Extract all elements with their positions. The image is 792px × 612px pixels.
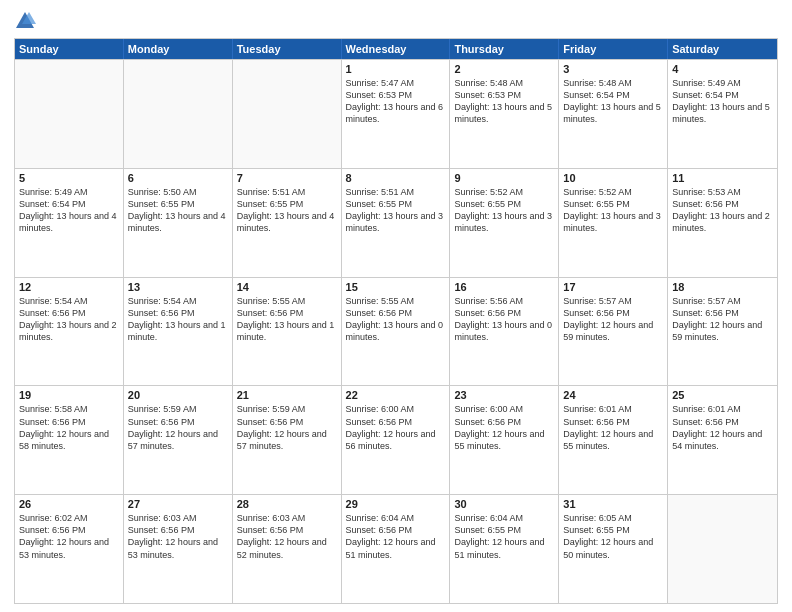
cal-cell: 25Sunrise: 6:01 AMSunset: 6:56 PMDayligh… <box>668 386 777 494</box>
cal-cell: 27Sunrise: 6:03 AMSunset: 6:56 PMDayligh… <box>124 495 233 603</box>
cal-cell: 4Sunrise: 5:49 AMSunset: 6:54 PMDaylight… <box>668 60 777 168</box>
day-number: 19 <box>19 389 119 401</box>
cal-cell: 8Sunrise: 5:51 AMSunset: 6:55 PMDaylight… <box>342 169 451 277</box>
day-number: 18 <box>672 281 773 293</box>
weekday-header-saturday: Saturday <box>668 39 777 59</box>
day-number: 6 <box>128 172 228 184</box>
day-number: 10 <box>563 172 663 184</box>
day-number: 31 <box>563 498 663 510</box>
cal-cell: 23Sunrise: 6:00 AMSunset: 6:56 PMDayligh… <box>450 386 559 494</box>
week-row-1: 1Sunrise: 5:47 AMSunset: 6:53 PMDaylight… <box>15 59 777 168</box>
day-number: 24 <box>563 389 663 401</box>
day-info: Sunrise: 5:53 AMSunset: 6:56 PMDaylight:… <box>672 186 773 235</box>
logo <box>14 10 40 32</box>
day-info: Sunrise: 6:03 AMSunset: 6:56 PMDaylight:… <box>128 512 228 561</box>
cal-cell: 24Sunrise: 6:01 AMSunset: 6:56 PMDayligh… <box>559 386 668 494</box>
day-info: Sunrise: 6:03 AMSunset: 6:56 PMDaylight:… <box>237 512 337 561</box>
day-number: 20 <box>128 389 228 401</box>
calendar-header-row: SundayMondayTuesdayWednesdayThursdayFrid… <box>15 39 777 59</box>
cal-cell: 12Sunrise: 5:54 AMSunset: 6:56 PMDayligh… <box>15 278 124 386</box>
day-number: 25 <box>672 389 773 401</box>
weekday-header-monday: Monday <box>124 39 233 59</box>
day-info: Sunrise: 5:55 AMSunset: 6:56 PMDaylight:… <box>346 295 446 344</box>
day-number: 16 <box>454 281 554 293</box>
cal-cell <box>233 60 342 168</box>
cal-cell: 20Sunrise: 5:59 AMSunset: 6:56 PMDayligh… <box>124 386 233 494</box>
day-info: Sunrise: 5:48 AMSunset: 6:54 PMDaylight:… <box>563 77 663 126</box>
cal-cell: 30Sunrise: 6:04 AMSunset: 6:55 PMDayligh… <box>450 495 559 603</box>
cal-cell: 11Sunrise: 5:53 AMSunset: 6:56 PMDayligh… <box>668 169 777 277</box>
day-number: 2 <box>454 63 554 75</box>
day-number: 23 <box>454 389 554 401</box>
day-number: 28 <box>237 498 337 510</box>
day-number: 12 <box>19 281 119 293</box>
cal-cell <box>124 60 233 168</box>
cal-cell: 16Sunrise: 5:56 AMSunset: 6:56 PMDayligh… <box>450 278 559 386</box>
calendar-body: 1Sunrise: 5:47 AMSunset: 6:53 PMDaylight… <box>15 59 777 603</box>
cal-cell: 22Sunrise: 6:00 AMSunset: 6:56 PMDayligh… <box>342 386 451 494</box>
weekday-header-wednesday: Wednesday <box>342 39 451 59</box>
cal-cell: 7Sunrise: 5:51 AMSunset: 6:55 PMDaylight… <box>233 169 342 277</box>
day-number: 27 <box>128 498 228 510</box>
day-number: 22 <box>346 389 446 401</box>
day-number: 13 <box>128 281 228 293</box>
week-row-5: 26Sunrise: 6:02 AMSunset: 6:56 PMDayligh… <box>15 494 777 603</box>
day-info: Sunrise: 5:57 AMSunset: 6:56 PMDaylight:… <box>672 295 773 344</box>
day-info: Sunrise: 5:56 AMSunset: 6:56 PMDaylight:… <box>454 295 554 344</box>
day-number: 9 <box>454 172 554 184</box>
cal-cell: 15Sunrise: 5:55 AMSunset: 6:56 PMDayligh… <box>342 278 451 386</box>
cal-cell: 21Sunrise: 5:59 AMSunset: 6:56 PMDayligh… <box>233 386 342 494</box>
day-info: Sunrise: 5:54 AMSunset: 6:56 PMDaylight:… <box>19 295 119 344</box>
cal-cell: 13Sunrise: 5:54 AMSunset: 6:56 PMDayligh… <box>124 278 233 386</box>
day-number: 14 <box>237 281 337 293</box>
day-number: 4 <box>672 63 773 75</box>
day-info: Sunrise: 5:54 AMSunset: 6:56 PMDaylight:… <box>128 295 228 344</box>
day-info: Sunrise: 6:00 AMSunset: 6:56 PMDaylight:… <box>454 403 554 452</box>
cal-cell: 31Sunrise: 6:05 AMSunset: 6:55 PMDayligh… <box>559 495 668 603</box>
day-number: 8 <box>346 172 446 184</box>
day-info: Sunrise: 5:51 AMSunset: 6:55 PMDaylight:… <box>346 186 446 235</box>
day-info: Sunrise: 6:04 AMSunset: 6:55 PMDaylight:… <box>454 512 554 561</box>
day-number: 11 <box>672 172 773 184</box>
cal-cell: 17Sunrise: 5:57 AMSunset: 6:56 PMDayligh… <box>559 278 668 386</box>
weekday-header-tuesday: Tuesday <box>233 39 342 59</box>
day-number: 30 <box>454 498 554 510</box>
week-row-2: 5Sunrise: 5:49 AMSunset: 6:54 PMDaylight… <box>15 168 777 277</box>
day-number: 29 <box>346 498 446 510</box>
cal-cell: 18Sunrise: 5:57 AMSunset: 6:56 PMDayligh… <box>668 278 777 386</box>
day-info: Sunrise: 5:59 AMSunset: 6:56 PMDaylight:… <box>237 403 337 452</box>
day-number: 7 <box>237 172 337 184</box>
cal-cell: 14Sunrise: 5:55 AMSunset: 6:56 PMDayligh… <box>233 278 342 386</box>
day-info: Sunrise: 5:58 AMSunset: 6:56 PMDaylight:… <box>19 403 119 452</box>
cal-cell: 19Sunrise: 5:58 AMSunset: 6:56 PMDayligh… <box>15 386 124 494</box>
week-row-3: 12Sunrise: 5:54 AMSunset: 6:56 PMDayligh… <box>15 277 777 386</box>
day-number: 26 <box>19 498 119 510</box>
day-info: Sunrise: 6:01 AMSunset: 6:56 PMDaylight:… <box>563 403 663 452</box>
day-info: Sunrise: 5:55 AMSunset: 6:56 PMDaylight:… <box>237 295 337 344</box>
day-info: Sunrise: 5:51 AMSunset: 6:55 PMDaylight:… <box>237 186 337 235</box>
day-info: Sunrise: 5:49 AMSunset: 6:54 PMDaylight:… <box>19 186 119 235</box>
day-info: Sunrise: 5:52 AMSunset: 6:55 PMDaylight:… <box>454 186 554 235</box>
weekday-header-sunday: Sunday <box>15 39 124 59</box>
day-number: 1 <box>346 63 446 75</box>
day-number: 5 <box>19 172 119 184</box>
logo-icon <box>14 10 36 32</box>
day-number: 21 <box>237 389 337 401</box>
cal-cell: 3Sunrise: 5:48 AMSunset: 6:54 PMDaylight… <box>559 60 668 168</box>
week-row-4: 19Sunrise: 5:58 AMSunset: 6:56 PMDayligh… <box>15 385 777 494</box>
day-info: Sunrise: 6:01 AMSunset: 6:56 PMDaylight:… <box>672 403 773 452</box>
weekday-header-friday: Friday <box>559 39 668 59</box>
day-info: Sunrise: 5:47 AMSunset: 6:53 PMDaylight:… <box>346 77 446 126</box>
day-number: 15 <box>346 281 446 293</box>
cal-cell: 6Sunrise: 5:50 AMSunset: 6:55 PMDaylight… <box>124 169 233 277</box>
cal-cell: 26Sunrise: 6:02 AMSunset: 6:56 PMDayligh… <box>15 495 124 603</box>
day-info: Sunrise: 5:48 AMSunset: 6:53 PMDaylight:… <box>454 77 554 126</box>
day-info: Sunrise: 5:59 AMSunset: 6:56 PMDaylight:… <box>128 403 228 452</box>
cal-cell: 29Sunrise: 6:04 AMSunset: 6:56 PMDayligh… <box>342 495 451 603</box>
day-info: Sunrise: 6:02 AMSunset: 6:56 PMDaylight:… <box>19 512 119 561</box>
cal-cell: 9Sunrise: 5:52 AMSunset: 6:55 PMDaylight… <box>450 169 559 277</box>
day-info: Sunrise: 5:57 AMSunset: 6:56 PMDaylight:… <box>563 295 663 344</box>
day-number: 17 <box>563 281 663 293</box>
page-header <box>14 10 778 32</box>
cal-cell <box>15 60 124 168</box>
